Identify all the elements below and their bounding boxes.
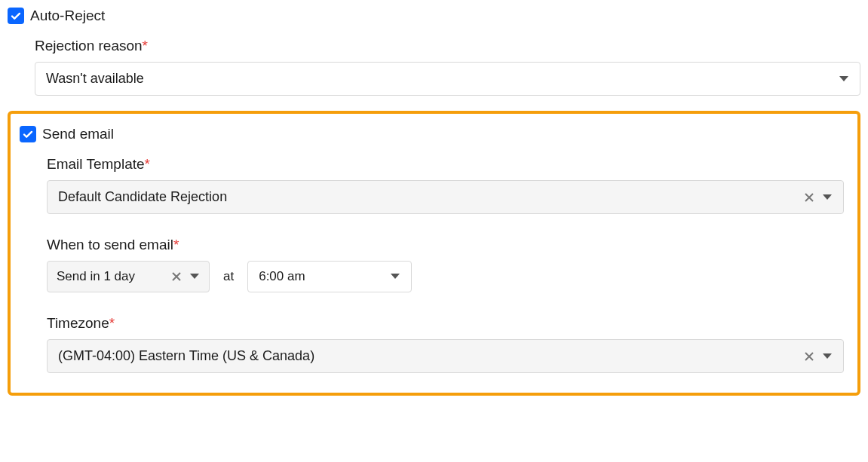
auto-reject-checkbox[interactable] bbox=[8, 8, 24, 24]
chevron-down-icon bbox=[390, 273, 400, 280]
send-delay-select[interactable]: Send in 1 day bbox=[47, 261, 210, 292]
timezone-select[interactable]: (GMT-04:00) Eastern Time (US & Canada) bbox=[47, 339, 844, 373]
chevron-down-icon bbox=[822, 194, 833, 201]
required-marker: * bbox=[173, 237, 179, 252]
send-email-fields: Email Template* Default Candidate Reject… bbox=[47, 156, 844, 373]
send-email-checkbox[interactable] bbox=[20, 126, 36, 142]
auto-reject-label: Auto-Reject bbox=[30, 8, 105, 24]
required-marker: * bbox=[145, 156, 150, 172]
send-time-select[interactable]: 6:00 am bbox=[247, 261, 412, 292]
auto-reject-row: Auto-Reject bbox=[8, 8, 860, 24]
clear-icon[interactable] bbox=[804, 192, 814, 203]
clear-icon[interactable] bbox=[804, 351, 814, 362]
send-email-section: Send email Email Template* Default Candi… bbox=[8, 111, 860, 396]
send-email-label: Send email bbox=[42, 126, 114, 142]
checkmark-icon bbox=[22, 128, 34, 140]
email-template-value: Default Candidate Rejection bbox=[58, 189, 804, 205]
email-template-label: Email Template* bbox=[47, 156, 844, 173]
email-template-select[interactable]: Default Candidate Rejection bbox=[47, 180, 844, 214]
at-label: at bbox=[223, 269, 234, 284]
send-email-row: Send email bbox=[20, 126, 844, 142]
checkmark-icon bbox=[10, 10, 22, 22]
send-time-value: 6:00 am bbox=[259, 269, 390, 284]
auto-reject-fields: Rejection reason* Wasn't available bbox=[35, 38, 860, 96]
chevron-down-icon bbox=[822, 353, 833, 360]
rejection-reason-value: Wasn't available bbox=[46, 71, 839, 87]
rejection-reason-label: Rejection reason* bbox=[35, 38, 860, 54]
rejection-reason-select[interactable]: Wasn't available bbox=[35, 62, 860, 96]
clear-icon[interactable] bbox=[171, 271, 182, 282]
when-to-send-label: When to send email* bbox=[47, 237, 844, 253]
required-marker: * bbox=[109, 315, 115, 331]
timezone-value: (GMT-04:00) Eastern Time (US & Canada) bbox=[58, 348, 804, 364]
timezone-label: Timezone* bbox=[47, 315, 844, 332]
send-delay-value: Send in 1 day bbox=[57, 269, 171, 284]
chevron-down-icon bbox=[839, 75, 849, 83]
when-to-send-group: Send in 1 day at 6:00 am bbox=[47, 261, 844, 292]
required-marker: * bbox=[143, 38, 148, 54]
chevron-down-icon bbox=[189, 273, 200, 280]
